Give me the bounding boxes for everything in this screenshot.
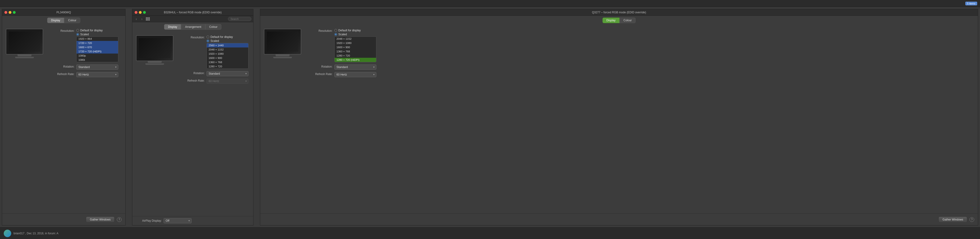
panel1-refresh-row: Refresh Rate: 60 Hertz	[49, 72, 122, 77]
radio-dot-default-1[interactable]	[76, 29, 79, 32]
panel3-rotation-select[interactable]: Standard	[334, 64, 376, 70]
search-input[interactable]	[228, 17, 251, 21]
res-item-2-4[interactable]: 1360 × 768	[207, 60, 248, 64]
res-item-1-0[interactable]: 1920 × 864	[76, 37, 118, 41]
panel1-rotation-wrapper[interactable]: Standard	[76, 64, 118, 70]
help-button-3[interactable]: ?	[969, 217, 974, 222]
minimize-icon-2[interactable]	[139, 11, 142, 14]
panel3-radio-scaled[interactable]: Scaled	[334, 33, 974, 36]
panel2-radio-scaled[interactable]: Scaled	[207, 39, 250, 43]
panels-row: PL3490WQ Display Colour Resolution:	[0, 7, 980, 227]
radio-dot-scaled-2[interactable]	[207, 40, 209, 42]
minimize-icon[interactable]	[9, 11, 11, 14]
panel2-navbar: ‹ ›	[132, 16, 253, 22]
res-item-2-2[interactable]: 1920 × 1080	[207, 52, 248, 56]
panel3-refresh-wrapper[interactable]: 60 Hertz	[334, 72, 376, 77]
panel3-refresh-select[interactable]: 60 Hertz	[334, 72, 376, 77]
res-item-1-4[interactable]: 1080p	[76, 53, 118, 58]
panel1-resolution-row: Resolution: Default for display Scaled	[49, 29, 122, 62]
panel2-resolution-list: 2560 × 1440 2048 × 1152 1920 × 1080 1600…	[207, 43, 248, 69]
res-item-1-5[interactable]: 1080i	[76, 58, 118, 62]
panel1-footer: Gather Windows ?	[2, 213, 125, 225]
nav-back-button[interactable]: ‹	[134, 17, 138, 21]
panel3-radio-default[interactable]: Default for display	[334, 29, 974, 32]
panel3-settings-main: Resolution: Default for display Scaled	[307, 29, 974, 211]
gather-windows-button-3[interactable]: Gather Windows	[939, 217, 967, 223]
panel1-refresh-select[interactable]: 60 Hertz	[76, 72, 118, 77]
panel1-radio-scaled[interactable]: Scaled	[76, 33, 122, 36]
panel3-footer: Gather Windows ?	[260, 213, 978, 225]
panel1-settings: Resolution: Default for display Scaled	[6, 27, 122, 211]
panel2-rotation-wrapper[interactable]: Standard	[207, 71, 248, 76]
nav-grid-icon[interactable]	[145, 17, 150, 21]
tab-colour-2[interactable]: Colour	[205, 24, 221, 30]
panel1-rotation-select[interactable]: Standard	[76, 64, 118, 70]
panel1-display-preview	[6, 29, 43, 55]
panel2-rotation-select[interactable]: Standard	[207, 71, 248, 76]
tab-colour-3[interactable]: Colour	[619, 18, 636, 23]
res-item-2-1[interactable]: 2048 × 1152	[207, 48, 248, 52]
panel3-refresh-row: Refresh Rate: 60 Hertz	[307, 72, 974, 77]
radio-dot-default-3[interactable]	[334, 29, 337, 32]
radio-dot-default-2[interactable]	[207, 35, 209, 38]
panel2-settings: Resolution: Default for display Scaled	[136, 34, 250, 214]
panel2-display-preview	[136, 35, 173, 61]
panel3-resolution-content: Default for display Scaled 2048 × 1152 1…	[334, 29, 974, 62]
panel3-tabs: Display Colour	[260, 16, 978, 24]
panel2-airplay-wrapper[interactable]: Off	[164, 218, 192, 223]
panel3-body: Resolution: Default for display Scaled	[260, 24, 978, 213]
radio-dot-scaled-1[interactable]	[76, 33, 79, 36]
panel3-rotation-wrapper[interactable]: Standard	[334, 64, 376, 70]
tab-display-1[interactable]: Display	[47, 18, 64, 23]
res-item-3-4[interactable]: 1280 × 720	[335, 53, 376, 58]
panel-q3277: Q3277 – forced RGB mode (EDID override) …	[260, 9, 978, 225]
res-item-3-3[interactable]: 1360 × 768	[335, 49, 376, 53]
tab-arrangement-2[interactable]: Arrangement	[181, 24, 205, 30]
panel3-stand	[273, 57, 292, 58]
panel2-resolution-row: Resolution: Default for display Scaled	[179, 35, 250, 69]
res-item-3-0[interactable]: 2048 × 1152	[335, 37, 376, 41]
res-item-3-1[interactable]: 1920 × 1080	[335, 41, 376, 45]
panel2-titlebar: B326HUL – forced RGB mode (EDID override…	[132, 9, 253, 16]
panel1-refresh-wrapper[interactable]: 60 Hertz	[76, 72, 118, 77]
panel1-radio-default[interactable]: Default for display	[76, 29, 122, 32]
radio-dot-scaled-3[interactable]	[334, 33, 337, 36]
res-item-1-2[interactable]: 1600 × 670	[76, 45, 118, 49]
panel2-rotation-row: Rotation: Standard	[179, 71, 250, 76]
maximize-icon[interactable]	[13, 11, 16, 14]
panel1-rotation-row: Rotation: Standard	[49, 64, 122, 70]
panel1-radio-group: Default for display Scaled	[76, 29, 122, 36]
panel2-airplay-row: AirPlay Display: Off	[132, 216, 253, 225]
res-item-3-2[interactable]: 1600 × 900	[335, 45, 376, 49]
help-button-1[interactable]: ?	[117, 217, 122, 222]
close-icon-2[interactable]	[135, 11, 137, 14]
tab-colour-1[interactable]: Colour	[64, 18, 80, 23]
panel2-radio-default[interactable]: Default for display	[207, 35, 250, 38]
res-item-1-3[interactable]: 1720 × 720 (HiDPI)	[76, 49, 118, 53]
panel1-titlebar: PL3490WQ	[2, 9, 125, 16]
items-badge: 5 items	[965, 2, 977, 5]
nav-forward-button[interactable]: ›	[140, 17, 144, 21]
gather-windows-button-1[interactable]: Gather Windows	[86, 217, 115, 223]
community-bar: brian017 , Dec 13, 2018, in forum: A	[0, 227, 980, 239]
res-item-2-5[interactable]: 1280 × 720	[207, 64, 248, 69]
panel1-resolution-list: 1920 × 864 1720 × 720 1600 × 670 1720 × …	[76, 37, 118, 62]
tab-display-3[interactable]: Display	[603, 18, 619, 23]
panel3-resolution-row: Resolution: Default for display Scaled	[307, 29, 974, 62]
tab-display-2[interactable]: Display	[164, 24, 181, 30]
panel3-rotation-label: Rotation:	[307, 64, 332, 68]
panel2-tabs: Display Arrangement Colour	[132, 22, 253, 31]
panel2-title: B326HUL – forced RGB mode (EDID override…	[164, 11, 222, 14]
res-item-2-0[interactable]: 2560 × 1440	[207, 43, 248, 48]
res-item-1-1[interactable]: 1720 × 720	[76, 41, 118, 45]
res-item-2-3[interactable]: 1600 × 900	[207, 56, 248, 60]
close-icon[interactable]	[5, 11, 7, 14]
res-item-3-5[interactable]: 1280 × 720 (HiDPI)	[335, 58, 376, 62]
maximize-icon-2[interactable]	[143, 11, 146, 14]
panel2-radio-group: Default for display Scaled	[207, 35, 250, 43]
top-bar: 5 items	[0, 0, 980, 7]
panel3-resolution-list: 2048 × 1152 1920 × 1080 1600 × 900 1360 …	[334, 37, 376, 62]
traffic-lights-1	[5, 11, 16, 14]
panel2-rotation-label: Rotation:	[179, 71, 205, 75]
panel2-airplay-select[interactable]: Off	[164, 218, 192, 223]
